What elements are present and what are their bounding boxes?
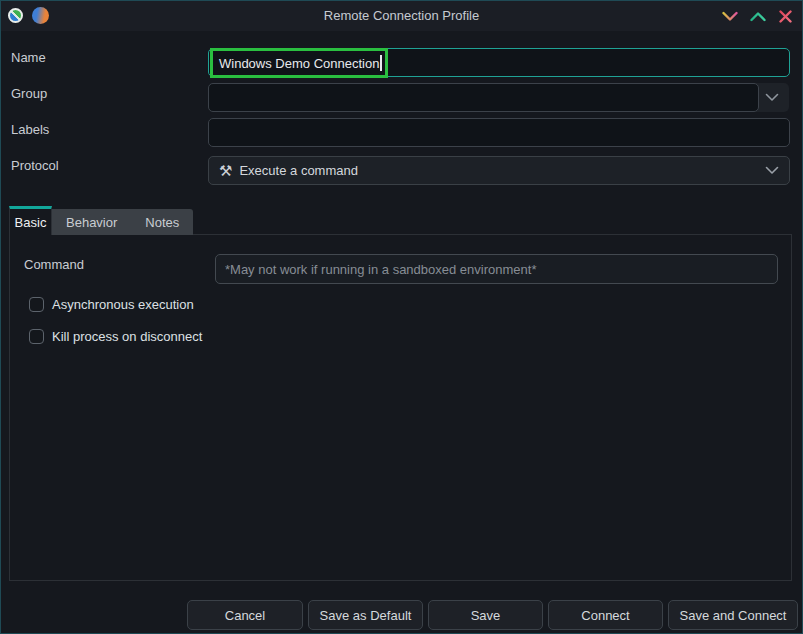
- group-combobox[interactable]: [208, 83, 789, 112]
- protocol-value: Execute a command: [239, 163, 765, 178]
- checkbox-unchecked-icon[interactable]: [29, 297, 44, 312]
- chevron-down-icon: [765, 166, 779, 175]
- maximize-button[interactable]: [749, 8, 766, 25]
- tab-group: Behavior Notes: [52, 209, 193, 235]
- name-label: Name: [11, 50, 46, 65]
- minimize-button[interactable]: [721, 8, 738, 25]
- crossed-tools-icon: ⚒: [219, 163, 232, 178]
- tab-notes[interactable]: Notes: [131, 209, 193, 235]
- chevron-down-icon: [722, 11, 738, 22]
- group-label: Group: [11, 86, 47, 101]
- protocol-label: Protocol: [11, 158, 59, 173]
- close-button[interactable]: [777, 8, 794, 25]
- dialog-window: Remote Connection Profile: [0, 0, 803, 634]
- chevron-down-icon: [765, 93, 779, 102]
- tab-behavior[interactable]: Behavior: [52, 209, 131, 235]
- connect-button[interactable]: Connect: [548, 600, 663, 630]
- group-input[interactable]: [208, 83, 759, 112]
- kill-process-label: Kill process on disconnect: [52, 329, 202, 344]
- remote-connection-profile-dialog: { "window": { "title": "Remote Connectio…: [0, 0, 803, 634]
- labels-input[interactable]: [208, 118, 790, 147]
- save-button[interactable]: Save: [428, 600, 543, 630]
- name-input[interactable]: Windows Demo Connection: [208, 48, 790, 77]
- tab-bar: Basic Behavior Notes: [9, 206, 193, 235]
- tab-basic[interactable]: Basic: [9, 206, 52, 235]
- command-label: Command: [24, 257, 84, 272]
- text-caret: [380, 55, 382, 71]
- window-title: Remote Connection Profile: [1, 1, 802, 31]
- basic-tab-panel: Command Asynchronous execution Kill proc…: [9, 234, 792, 581]
- command-input[interactable]: [215, 254, 778, 284]
- titlebar: Remote Connection Profile: [1, 1, 802, 31]
- save-and-connect-button[interactable]: Save and Connect: [668, 600, 798, 630]
- annotation-highlight-box: Windows Demo Connection: [210, 48, 388, 78]
- protocol-select[interactable]: ⚒ Execute a command: [208, 156, 790, 185]
- close-icon: [779, 10, 792, 23]
- labels-label: Labels: [11, 122, 49, 137]
- kill-process-checkbox-row[interactable]: Kill process on disconnect: [29, 329, 202, 344]
- async-execution-checkbox-row[interactable]: Asynchronous execution: [29, 297, 194, 312]
- name-value: Windows Demo Connection: [219, 56, 379, 71]
- checkbox-unchecked-icon[interactable]: [29, 329, 44, 344]
- group-dropdown-button[interactable]: [759, 83, 785, 112]
- async-execution-label: Asynchronous execution: [52, 297, 194, 312]
- cancel-button[interactable]: Cancel: [187, 600, 303, 630]
- chevron-up-icon: [750, 11, 766, 22]
- save-as-default-button[interactable]: Save as Default: [308, 600, 423, 630]
